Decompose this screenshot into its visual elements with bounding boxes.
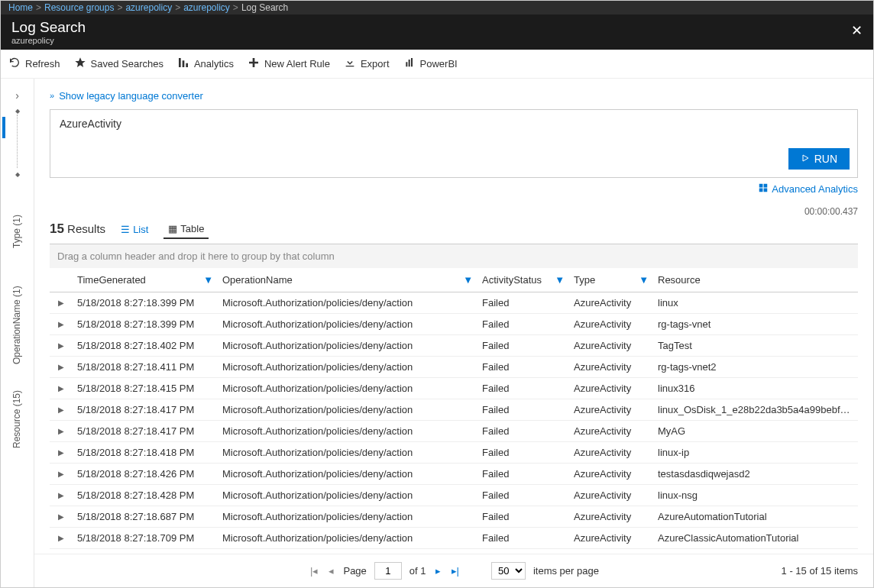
expand-row-icon[interactable]: ▶ [50,377,73,399]
table-row[interactable]: ▶ 5/18/2018 8:27:18.402 PM Microsoft.Aut… [50,334,858,356]
cell-resource: AzureClassicAutomationTutorial [653,527,858,548]
cell-operation: Microsoft.Authorization/policies/deny/ac… [218,377,477,399]
pagesize-select[interactable]: 50 [491,562,526,580]
filter-icon[interactable]: ▼ [203,274,213,286]
col-operationname[interactable]: OperationName▼ [218,268,477,292]
cell-operation: Microsoft.Authorization/policies/deny/ac… [218,463,477,484]
page-subtitle: azurepolicy [11,36,863,45]
cell-status: Failed [477,399,569,420]
cell-status: Failed [477,334,569,356]
expand-row-icon[interactable]: ▶ [50,334,73,356]
powerbi-button[interactable]: PowerBI [403,57,458,71]
cell-resource: linux [653,292,858,313]
filter-icon[interactable]: ▼ [463,274,473,286]
col-timegenerated[interactable]: TimeGenerated▼ [73,268,218,292]
side-tab-type[interactable]: Type (1) [11,193,24,270]
cell-type: AzureActivity [569,356,653,377]
powerbi-icon [403,57,416,71]
breadcrumb-link[interactable]: Home [8,2,33,13]
cell-status: Failed [477,527,569,548]
expand-row-icon[interactable]: ▶ [50,441,73,463]
table-row[interactable]: ▶ 5/18/2018 8:27:18.428 PM Microsoft.Aut… [50,484,858,506]
view-list-button[interactable]: ☰ List [116,221,153,238]
cell-type: AzureActivity [569,313,653,334]
col-type[interactable]: Type▼ [569,268,653,292]
analytics-icon [177,57,189,71]
cell-type: AzureActivity [569,441,653,463]
refresh-button[interactable]: Refresh [8,57,60,71]
legacy-converter-link[interactable]: » Show legacy language converter [50,90,203,102]
page-title: Log Search [11,19,863,36]
expand-panel-icon[interactable]: › [1,86,34,105]
table-row[interactable]: ▶ 5/18/2018 8:27:18.417 PM Microsoft.Aut… [50,420,858,441]
cell-resource: rg-tags-vnet2 [653,356,858,377]
results-table: TimeGenerated▼ OperationName▼ ActivitySt… [50,268,858,549]
expand-row-icon[interactable]: ▶ [50,356,73,377]
run-button[interactable]: RUN [788,148,850,170]
next-page-button[interactable]: ▸ [434,565,442,577]
first-page-button[interactable]: |◂ [309,565,319,577]
powerbi-label: PowerBI [420,58,458,69]
view-list-label: List [133,224,148,235]
view-table-button[interactable]: ▦ Table [163,220,209,239]
expand-row-icon[interactable]: ▶ [50,484,73,506]
close-icon[interactable]: ✕ [851,22,863,39]
legacy-converter-label: Show legacy language converter [59,90,203,102]
expand-row-icon[interactable]: ▶ [50,292,73,313]
table-row[interactable]: ▶ 5/18/2018 8:27:18.418 PM Microsoft.Aut… [50,441,858,463]
table-row[interactable]: ▶ 5/18/2018 8:27:18.709 PM Microsoft.Aut… [50,527,858,548]
cell-type: AzureActivity [569,399,653,420]
advanced-analytics-link[interactable]: Advanced Analytics [758,183,858,195]
expand-row-icon[interactable]: ▶ [50,527,73,548]
export-button[interactable]: Export [344,57,390,71]
cell-type: AzureActivity [569,292,653,313]
expand-row-icon[interactable]: ▶ [50,313,73,334]
cell-type: AzureActivity [569,527,653,548]
table-row[interactable]: ▶ 5/18/2018 8:27:18.415 PM Microsoft.Aut… [50,377,858,399]
expand-row-icon[interactable]: ▶ [50,463,73,484]
active-indicator [2,117,5,138]
blade-header: Log Search azurepolicy ✕ [1,15,873,50]
new-alert-button[interactable]: New Alert Rule [248,57,330,71]
cell-time: 5/18/2018 8:27:18.426 PM [73,463,218,484]
prev-page-button[interactable]: ◂ [327,565,335,577]
expand-row-icon[interactable]: ▶ [50,399,73,420]
table-row[interactable]: ▶ 5/18/2018 8:27:18.426 PM Microsoft.Aut… [50,463,858,484]
group-drop-hint[interactable]: Drag a column header and drop it here to… [50,244,858,268]
side-tab-operationname[interactable]: OperationName (1) [11,276,24,375]
saved-searches-button[interactable]: Saved Searches [74,57,163,71]
table-row[interactable]: ▶ 5/18/2018 8:27:18.399 PM Microsoft.Aut… [50,292,858,313]
cell-time: 5/18/2018 8:27:18.411 PM [73,356,218,377]
filter-icon[interactable]: ▼ [555,274,565,286]
filter-icon[interactable]: ▼ [639,274,649,286]
cell-operation: Microsoft.Authorization/policies/deny/ac… [218,441,477,463]
expand-row-icon[interactable]: ▶ [50,420,73,441]
breadcrumb-link[interactable]: azurepolicy [125,2,172,13]
cell-operation: Microsoft.Authorization/policies/deny/ac… [218,484,477,506]
breadcrumb-link[interactable]: azurepolicy [183,2,230,13]
analytics-button[interactable]: Analytics [177,57,234,71]
query-editor[interactable]: AzureActivity RUN [50,109,858,178]
breadcrumb-link[interactable]: Resource groups [44,2,114,13]
table-row[interactable]: ▶ 5/18/2018 8:27:18.411 PM Microsoft.Aut… [50,356,858,377]
table-row[interactable]: ▶ 5/18/2018 8:27:18.399 PM Microsoft.Aut… [50,313,858,334]
page-of-label: of 1 [409,565,426,577]
pager: |◂ ◂ Page of 1 ▸ ▸| 50 items per page 1 … [34,554,873,587]
last-page-button[interactable]: ▸| [450,565,461,577]
pagesize-label: items per page [533,565,599,577]
side-tab-resource[interactable]: Resource (15) [11,381,24,457]
table-row[interactable]: ▶ 5/18/2018 8:27:18.417 PM Microsoft.Aut… [50,399,858,420]
analytics-label: Analytics [194,58,234,69]
cell-resource: TagTest [653,334,858,356]
expand-row-icon[interactable]: ▶ [50,506,73,527]
col-resource[interactable]: Resource [653,268,858,292]
cell-operation: Microsoft.Authorization/policies/deny/ac… [218,420,477,441]
grid-icon [758,183,769,195]
table-row[interactable]: ▶ 5/18/2018 8:27:18.687 PM Microsoft.Aut… [50,506,858,527]
cell-status: Failed [477,292,569,313]
page-input[interactable] [374,562,402,580]
cell-operation: Microsoft.Authorization/policies/deny/ac… [218,356,477,377]
col-activitystatus[interactable]: ActivityStatus▼ [477,268,569,292]
handle-bottom-icon: ◆ [1,171,34,178]
dotted-line [17,115,18,168]
